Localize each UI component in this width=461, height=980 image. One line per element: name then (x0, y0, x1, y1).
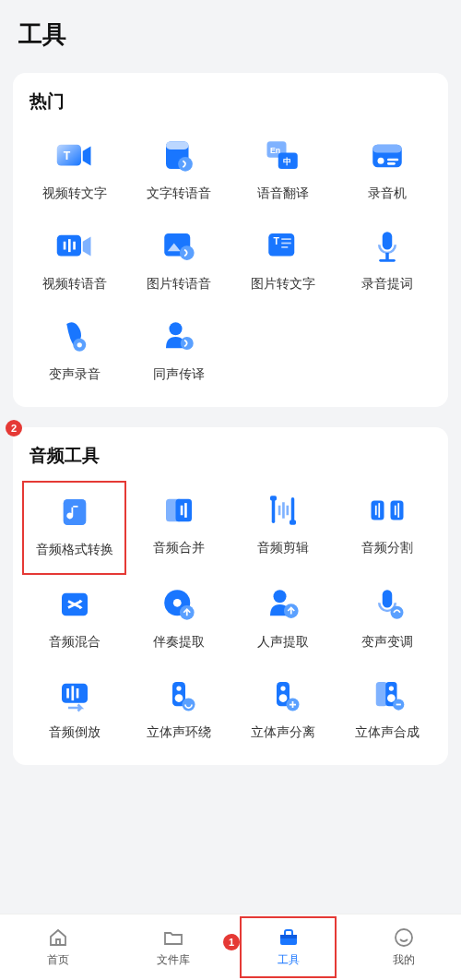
section-audio: 2 音频工具 音频格式转换 音频合并 音频剪辑 音频分割 (13, 427, 448, 765)
tab-home[interactable]: 首页 (0, 914, 115, 980)
svg-rect-50 (397, 503, 399, 518)
folder-icon (161, 926, 185, 949)
tool-audio-merge[interactable]: 音频合并 (126, 481, 230, 575)
video-to-speech-icon (54, 226, 95, 267)
audio-reverse-icon (54, 675, 95, 715)
tool-label: 人声提取 (257, 634, 309, 651)
svg-rect-26 (385, 253, 389, 259)
tool-label: 立体声环绕 (147, 724, 211, 741)
section-hot-title: 热门 (30, 90, 431, 114)
tool-audio-split[interactable]: 音频分割 (335, 481, 439, 575)
svg-rect-38 (271, 497, 275, 523)
accompaniment-extract-icon (159, 584, 199, 625)
svg-rect-40 (270, 496, 277, 500)
svg-rect-13 (387, 162, 396, 165)
svg-rect-44 (286, 506, 289, 516)
audio-split-icon (367, 490, 408, 531)
svg-point-53 (172, 599, 181, 607)
tool-simultaneous-interpret[interactable]: 同声传译 (126, 307, 230, 398)
tool-stereo-merge[interactable]: 立体声合成 (335, 665, 439, 756)
svg-point-58 (390, 606, 403, 619)
section-hot: 热门 T 视频转文字 文字转语音 En中 语音翻译 录音机 (13, 73, 448, 407)
tool-vocal-extract[interactable]: 人声提取 (230, 575, 335, 665)
tab-files[interactable]: 文件库 (115, 914, 230, 980)
svg-rect-59 (62, 684, 88, 703)
svg-rect-42 (278, 506, 280, 516)
svg-rect-43 (282, 502, 285, 519)
image-to-speech-icon (159, 226, 199, 267)
svg-rect-39 (290, 497, 294, 523)
tool-audio-trim[interactable]: 音频剪辑 (230, 481, 335, 575)
tool-pitch-shift[interactable]: 变声变调 (335, 575, 439, 665)
svg-rect-60 (66, 688, 69, 699)
tool-label: 音频格式转换 (36, 542, 113, 558)
tab-label: 我的 (393, 952, 415, 968)
tool-label: 视频转文字 (42, 185, 107, 202)
tool-video-to-text[interactable]: T 视频转文字 (22, 126, 126, 217)
tool-stereo-split[interactable]: 立体声分离 (230, 665, 335, 756)
audio-merge-icon (159, 490, 199, 531)
tool-voice-translate[interactable]: En中 语音翻译 (230, 126, 335, 217)
tab-label: 工具 (278, 952, 300, 968)
tool-label: 视频转语音 (42, 276, 107, 293)
tool-audio-mix[interactable]: 音频混合 (22, 575, 126, 665)
tab-label: 首页 (47, 952, 69, 968)
recorder-icon (367, 136, 408, 176)
tool-text-to-speech[interactable]: 文字转语音 (126, 126, 230, 217)
tool-image-to-speech[interactable]: 图片转语音 (126, 217, 230, 307)
svg-rect-20 (268, 233, 294, 257)
svg-rect-17 (73, 242, 76, 250)
svg-rect-27 (379, 259, 396, 262)
video-to-text-icon: T (54, 136, 95, 176)
audio-format-icon (54, 492, 95, 532)
svg-rect-37 (184, 503, 187, 518)
vocal-extract-icon (263, 584, 303, 625)
svg-rect-71 (375, 682, 386, 706)
tool-label: 音频剪辑 (257, 540, 309, 556)
tool-label: 变声录音 (49, 366, 100, 383)
tab-bar: 首页 文件库 1 工具 我的 (0, 914, 461, 980)
svg-point-11 (377, 158, 384, 164)
tab-tools[interactable]: 1 工具 (230, 914, 346, 980)
svg-rect-23 (281, 243, 291, 245)
svg-point-74 (387, 694, 396, 702)
tool-image-to-text[interactable]: T 图片转文字 (230, 217, 335, 307)
svg-rect-24 (281, 246, 288, 248)
tool-accompaniment-extract[interactable]: 伴奏提取 (126, 575, 230, 665)
svg-point-69 (278, 694, 287, 702)
audio-trim-icon (263, 490, 303, 531)
voice-teleprompter-icon (367, 226, 408, 267)
page-title: 工具 (0, 0, 461, 60)
svg-rect-46 (390, 501, 403, 520)
tool-label: 图片转文字 (251, 276, 315, 293)
svg-rect-36 (180, 506, 183, 516)
toolbox-icon (277, 926, 301, 949)
svg-rect-3 (166, 141, 189, 149)
tool-label: 语音翻译 (257, 185, 309, 202)
tool-label: 变声变调 (361, 634, 413, 651)
tool-audio-format[interactable]: 音频格式转换 (22, 481, 126, 575)
tool-recorder[interactable]: 录音机 (335, 126, 439, 217)
svg-text:En: En (270, 146, 280, 155)
svg-rect-15 (63, 242, 65, 250)
annotation-1-badge: 1 (223, 934, 240, 950)
svg-rect-49 (394, 506, 396, 516)
svg-rect-16 (68, 239, 71, 252)
voice-translate-icon: En中 (263, 136, 303, 176)
tool-stereo-surround[interactable]: 立体声环绕 (126, 665, 230, 756)
svg-point-55 (273, 590, 286, 603)
stereo-surround-icon (159, 675, 199, 715)
tool-video-to-speech[interactable]: 视频转语音 (22, 217, 126, 307)
svg-rect-62 (76, 688, 78, 699)
home-icon (46, 926, 70, 949)
tool-voice-change-record[interactable]: 变声录音 (22, 307, 126, 398)
tab-profile[interactable]: 我的 (346, 914, 461, 980)
svg-rect-57 (382, 590, 392, 607)
tool-audio-reverse[interactable]: 音频倒放 (22, 665, 126, 756)
tool-voice-teleprompter[interactable]: 录音提词 (335, 217, 439, 307)
tool-label: 音频倒放 (49, 724, 100, 741)
svg-point-73 (388, 686, 393, 690)
svg-rect-61 (71, 686, 74, 700)
svg-rect-25 (382, 232, 392, 249)
tab-label: 文件库 (157, 952, 190, 968)
